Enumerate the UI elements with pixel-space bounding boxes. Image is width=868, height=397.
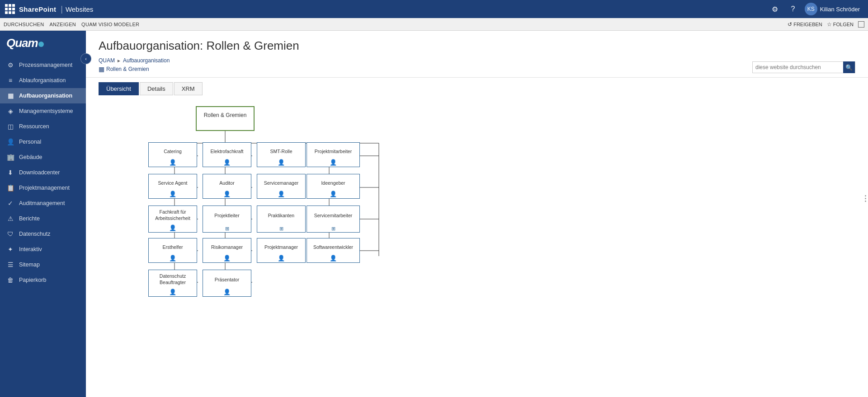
berichte-icon: ⚠ xyxy=(6,215,14,223)
freigeben-label: FREIGEBEN xyxy=(793,22,822,27)
sidebar: Quam ‹ ⚙ Prozessmanagement ≡ Ablauforgan… xyxy=(0,31,86,397)
sidebar-item-papierkorb[interactable]: 🗑 Papierkorb xyxy=(0,272,86,288)
servicemitarbeiter-label: Servicemitarbeiter xyxy=(314,213,353,218)
brand-divider: | xyxy=(61,5,63,14)
star-icon: ☆ xyxy=(827,21,832,28)
node-softwareentwickler[interactable]: Softwareentwickler 👤 xyxy=(307,238,360,263)
secondary-bar: DURCHSUCHEN ANZEIGEN QUAM VISIO MODELER … xyxy=(0,18,868,31)
sidebar-item-prozessmanagement[interactable]: ⚙ Prozessmanagement xyxy=(0,57,86,73)
org-chart-svg xyxy=(99,103,406,337)
nav-anzeigen[interactable]: ANZEIGEN xyxy=(49,22,76,27)
sidebar-collapse-button[interactable]: ‹ xyxy=(80,53,91,64)
person-icon: 👤 xyxy=(330,191,337,197)
node-smt[interactable]: SMT-Rolle 👤 xyxy=(257,142,306,167)
person-icon: 👤 xyxy=(330,159,337,165)
page-header: Aufbauorganisation: Rollen & Gremien QUA… xyxy=(86,31,868,78)
personal-icon: 👤 xyxy=(6,138,14,146)
rollen-icon: ▦ xyxy=(99,65,104,73)
nav-quam-visio[interactable]: QUAM VISIO MODELER xyxy=(81,22,139,27)
settings-icon[interactable]: ⚙ xyxy=(767,0,783,18)
user-name: Kilian Schröder xyxy=(820,6,860,13)
help-icon[interactable]: ? xyxy=(785,0,801,18)
node-fachkraft[interactable]: Fachkraft für Arbeitssicherheit 👤 xyxy=(148,206,197,233)
auditor-label: Auditor xyxy=(219,180,234,186)
node-projektleiter[interactable]: Projektleiter ⊞ xyxy=(203,206,251,233)
breadcrumb-quam[interactable]: QUAM xyxy=(99,57,115,64)
auditmanagement-icon: ✓ xyxy=(6,199,14,207)
node-servicemanager[interactable]: Servicemanager 👤 xyxy=(257,174,306,199)
tabs-bar: Übersicht Details XRM xyxy=(86,78,868,95)
site-name: Websites xyxy=(66,5,93,13)
sidebar-label: Berichte xyxy=(19,215,40,222)
root-node[interactable]: Rollen & Gremien xyxy=(196,106,255,131)
sidebar-item-managementsysteme[interactable]: ◈ Managementsysteme xyxy=(0,103,86,119)
folgen-button[interactable]: ☆ FOLGEN xyxy=(827,21,854,28)
person-icon: 👤 xyxy=(278,159,285,165)
top-bar: SharePoint | Websites ⚙ ? KS Kilian Schr… xyxy=(0,0,868,18)
nav-durchsuchen[interactable]: DURCHSUCHEN xyxy=(4,22,44,27)
breadcrumb-aufbau[interactable]: Aufbauorganisation xyxy=(123,57,170,64)
sidebar-item-ablauforganisation[interactable]: ≡ Ablauforganisation xyxy=(0,73,86,88)
sidebar-label: Papierkorb xyxy=(19,277,46,283)
node-praktikanten[interactable]: Praktikanten ⊞ xyxy=(257,206,306,233)
group-icon: ⊞ xyxy=(279,226,283,231)
sidebar-item-aufbauorganisation[interactable]: ▦ Aufbauorganisation xyxy=(0,88,86,103)
node-datenschutz-beauf[interactable]: Datenschutz Beauftragter 👤 xyxy=(148,270,197,297)
sidebar-item-ressourcen[interactable]: ◫ Ressourcen xyxy=(0,119,86,134)
tab-xrm[interactable]: XRM xyxy=(174,82,203,95)
sidebar-item-sitemap[interactable]: ☰ Sitemap xyxy=(0,257,86,272)
node-servicemitarbeiter[interactable]: Servicemitarbeiter ⊞ xyxy=(307,206,360,233)
org-chart-container: Rollen & Gremien Catering 👤 Elektrofachk… xyxy=(99,103,406,337)
node-ideengeber[interactable]: Ideengeber 👤 xyxy=(307,174,360,199)
person-icon: 👤 xyxy=(223,289,231,295)
sidebar-label: Projektmanagement xyxy=(19,185,70,191)
sidebar-item-gebaeude[interactable]: 🏢 Gebäude xyxy=(0,149,86,165)
avatar: KS xyxy=(805,3,817,15)
search-button[interactable]: 🔍 xyxy=(843,61,855,73)
search-input[interactable] xyxy=(753,64,843,70)
sidebar-item-downloadcenter[interactable]: ⬇ Downloadcenter xyxy=(0,165,86,180)
sidebar-label: Ressourcen xyxy=(19,123,49,130)
managementsysteme-icon: ◈ xyxy=(6,107,14,115)
tab-details[interactable]: Details xyxy=(140,82,173,95)
node-auditor[interactable]: Auditor 👤 xyxy=(203,174,251,199)
sidebar-label: Auditmanagement xyxy=(19,200,65,206)
gebaeude-icon: 🏢 xyxy=(6,153,14,161)
content-area: 🔍 Aufbauorganisation: Rollen & Gremien Q… xyxy=(86,31,868,397)
elektro-label: Elektrofachkraft xyxy=(211,149,244,154)
sidebar-item-projektmanagement[interactable]: 📋 Projektmanagement xyxy=(0,180,86,196)
node-service-agent[interactable]: Service Agent 👤 xyxy=(148,174,197,199)
sidebar-item-auditmanagement[interactable]: ✓ Auditmanagement xyxy=(0,196,86,211)
root-label: Rollen & Gremien xyxy=(204,112,247,118)
person-icon: 👤 xyxy=(169,159,176,165)
node-ersthelfer[interactable]: Ersthelfer 👤 xyxy=(148,238,197,263)
sidebar-label: Interaktiv xyxy=(19,246,42,252)
node-elektro[interactable]: Elektrofachkraft 👤 xyxy=(203,142,251,167)
sidebar-item-berichte[interactable]: ⚠ Berichte xyxy=(0,211,86,226)
sidebar-item-datenschutz[interactable]: 🛡 Datenschutz xyxy=(0,226,86,242)
user-menu[interactable]: KS Kilian Schröder xyxy=(801,0,863,18)
datenschutz-beauf-label: Datenschutz Beauftragter xyxy=(151,273,195,285)
sidebar-item-interaktiv[interactable]: ✦ Interaktiv xyxy=(0,242,86,257)
breadcrumb-arrow: ► xyxy=(117,58,121,63)
node-risikomanager[interactable]: Risikomanager 👤 xyxy=(203,238,251,263)
tab-uebersicht[interactable]: Übersicht xyxy=(99,82,139,95)
right-resize-handle[interactable] xyxy=(863,185,868,212)
node-praesentator[interactable]: Präsentator 👤 xyxy=(203,270,251,297)
person-icon: 👤 xyxy=(169,289,176,295)
node-catering[interactable]: Catering 👤 xyxy=(148,142,197,167)
softwareentwickler-label: Softwareentwickler xyxy=(313,244,353,250)
sidebar-label: Personal xyxy=(19,139,41,145)
app-launcher-button[interactable] xyxy=(5,4,15,14)
sidebar-label: Datenschutz xyxy=(19,231,50,237)
sidebar-item-personal[interactable]: 👤 Personal xyxy=(0,134,86,149)
org-chart-area: Rollen & Gremien Catering 👤 Elektrofachk… xyxy=(86,95,868,397)
brand-name: SharePoint xyxy=(19,5,56,13)
breadcrumb-current: Rollen & Gremien xyxy=(106,66,149,72)
person-icon: 👤 xyxy=(223,255,231,261)
group-icon: ⊞ xyxy=(225,226,229,231)
freigeben-button[interactable]: ↺ FREIGEBEN xyxy=(788,21,822,28)
node-projektmanager[interactable]: Projektmanager 👤 xyxy=(257,238,306,263)
maximize-button[interactable] xyxy=(858,21,864,28)
node-projektmitarbeiter[interactable]: Projektmitarbeiter 👤 xyxy=(307,142,360,167)
